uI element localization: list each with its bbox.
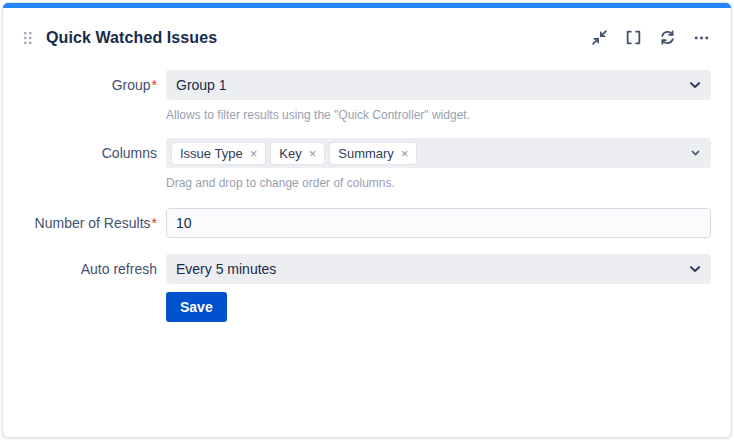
auto-refresh-select-value: Every 5 minutes	[176, 261, 276, 277]
column-tag-label: Key	[279, 146, 301, 161]
collapse-icon	[591, 29, 608, 46]
gadget-header: Quick Watched Issues	[3, 8, 731, 61]
chevron-down-icon	[687, 261, 703, 277]
number-of-results-input[interactable]	[166, 208, 711, 238]
chevron-down-icon	[687, 77, 703, 93]
group-select[interactable]: Group 1	[166, 70, 711, 100]
columns-help-text: Drag and drop to change order of columns…	[166, 176, 711, 190]
group-help-text: Allows to filter results using the "Quic…	[166, 108, 711, 122]
column-tag[interactable]: Key ×	[271, 143, 324, 164]
refresh-icon	[659, 29, 676, 46]
columns-label: Columns	[3, 145, 166, 161]
required-marker: *	[152, 77, 157, 93]
column-tag[interactable]: Issue Type ×	[172, 143, 265, 164]
refresh-button[interactable]	[656, 26, 679, 49]
auto-refresh-label: Auto refresh	[3, 261, 166, 277]
drag-handle-icon[interactable]	[21, 29, 35, 47]
group-select-value: Group 1	[176, 77, 227, 93]
gadget-config-form: Group* Group 1 Allows to filter results …	[3, 70, 731, 322]
more-button[interactable]	[690, 26, 713, 49]
remove-tag-icon[interactable]: ×	[401, 147, 409, 160]
auto-refresh-row: Auto refresh Every 5 minutes	[3, 254, 731, 284]
remove-tag-icon[interactable]: ×	[309, 147, 317, 160]
quick-watched-issues-gadget: Quick Watched Issues	[2, 2, 732, 438]
fullscreen-icon	[625, 29, 642, 46]
column-tag[interactable]: Summary ×	[330, 143, 416, 164]
number-of-results-row: Number of Results*	[3, 208, 731, 238]
fullscreen-button[interactable]	[622, 26, 645, 49]
group-row: Group* Group 1	[3, 70, 731, 100]
column-tag-label: Summary	[338, 146, 394, 161]
auto-refresh-select[interactable]: Every 5 minutes	[166, 254, 711, 284]
number-of-results-label: Number of Results*	[3, 215, 166, 231]
more-icon	[693, 29, 710, 46]
gadget-title: Quick Watched Issues	[46, 29, 217, 47]
columns-row: Columns Issue Type × Key × Summary ×	[3, 138, 731, 168]
group-label: Group*	[3, 77, 166, 93]
chevron-down-icon	[690, 148, 701, 159]
collapse-button[interactable]	[588, 26, 611, 49]
columns-multiselect[interactable]: Issue Type × Key × Summary ×	[166, 138, 711, 168]
remove-tag-icon[interactable]: ×	[250, 147, 258, 160]
required-marker: *	[152, 215, 157, 231]
column-tag-label: Issue Type	[180, 146, 243, 161]
save-button[interactable]: Save	[166, 292, 227, 322]
